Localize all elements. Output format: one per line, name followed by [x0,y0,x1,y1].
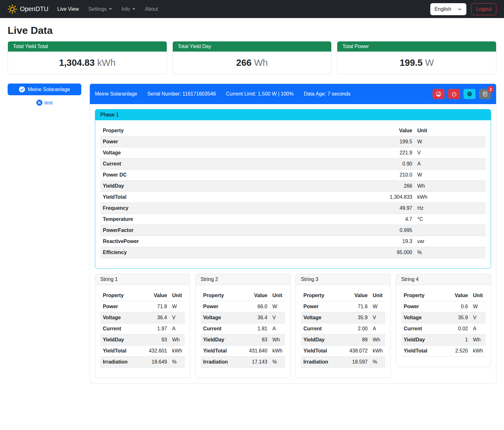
property-cell: Current [401,323,444,334]
nav-item-settings[interactable]: Settings [86,4,115,15]
unit-cell: % [170,357,185,368]
value-cell: 266 [289,181,415,192]
unit-cell: var [415,236,486,247]
unit-cell: Hz [415,203,486,214]
property-cell: Current [201,323,240,334]
unit-cell: V [470,312,486,323]
column-header-property: Property [401,290,444,301]
table-row: YieldDay1Wh [401,334,486,346]
unit-cell: W [470,301,486,312]
unit-cell: % [370,357,385,368]
string-1-card: String 1 Property Value Unit [95,274,190,378]
inverter-button-test[interactable]: test [8,100,81,106]
inverter-action-buttons: 2 [432,89,491,99]
column-header-property: Property [201,290,240,301]
unit-cell: % [415,247,486,258]
card-unit: W [425,58,434,68]
value-cell: 35.9 [444,312,470,323]
inverter-test-label: test [45,100,53,106]
brand[interactable]: OpenDTU [8,4,48,14]
string-4-table: Property Value Unit Power0.6WVoltage35.9… [401,290,486,357]
value-cell: 2.00 [340,323,370,334]
nav-item-live-view[interactable]: Live View [55,4,81,15]
event-count-badge: 2 [487,86,494,93]
unit-cell: Wh [170,334,185,346]
limit-settings-button[interactable] [432,89,445,99]
property-cell: Voltage [401,312,444,323]
value-cell: 1.97 [139,323,170,334]
property-cell: YieldTotal [201,346,240,357]
table-row: Irradiation17.143% [201,357,285,368]
table-row: Voltage221.9V [100,147,486,159]
table-row: YieldTotal432.601kWh [100,346,185,357]
summary-cards-row: Total Yield Total 1,304.83kWh Total Yiel… [8,41,496,74]
inverter-name: Meine Solaranlage [95,91,137,97]
table-row: Power66.0W [201,301,285,312]
string-1-table: Property Value Unit Power71.8WVoltage36.… [100,290,185,368]
brand-label: OpenDTU [20,5,48,13]
value-cell: 2.520 [444,346,470,357]
table-row: Current2.00A [301,323,385,334]
table-row: YieldTotal1,304.833kWh [100,192,486,203]
property-cell: Irradiation [100,357,139,368]
value-cell: 431.640 [240,346,270,357]
table-row: YieldDay266Wh [100,181,486,192]
column-header-value: Value [240,290,270,301]
value-cell: 0.02 [444,323,470,334]
total-yield-total-card: Total Yield Total 1,304.83kWh [8,41,167,74]
column-header-value: Value [289,125,415,136]
journal-text-icon [482,91,488,97]
inverter-button-selected[interactable]: Meine Solaranlage [8,84,81,95]
string-title: String 3 [296,274,390,285]
string-3-table: Property Value Unit Power71.6WVoltage35.… [301,290,385,368]
table-row: PowerFactor0.995 [100,225,486,236]
property-cell: Voltage [100,147,289,159]
value-cell: 18.597 [340,357,370,368]
table-row: Current0.02A [401,323,486,334]
inverter-selector-sidebar: Meine Solaranlage test [8,84,81,106]
inverter-card-body: Phase 1 Property Value Unit Power199.5WV… [90,104,496,383]
string-4-card: String 4 Property Value Unit [396,274,491,367]
property-cell: Power [100,301,139,312]
unit-cell: V [270,312,285,323]
table-row: YieldDay89Wh [301,334,385,346]
nav-item-about[interactable]: About [142,4,161,15]
unit-cell: V [170,312,185,323]
card-title: Total Yield Total [8,41,167,52]
property-cell: Power DC [100,170,289,181]
column-header-unit: Unit [470,290,486,301]
value-cell: 18.649 [139,357,170,368]
table-row: YieldDay93Wh [100,334,185,346]
card-title: Total Yield Day [173,41,332,52]
column-header-unit: Unit [415,125,486,136]
property-cell: YieldTotal [100,192,289,203]
speedometer-icon [436,91,441,97]
unit-cell: kWh [470,346,486,357]
property-cell: YieldTotal [301,346,340,357]
value-cell: 17.143 [240,357,270,368]
device-info-button[interactable] [464,89,476,99]
event-log-button[interactable]: 2 [479,89,491,99]
value-cell: 438.072 [340,346,370,357]
table-row: Current0.90A [100,159,486,170]
table-row: Current1.97A [100,323,185,334]
property-cell: Frequency [100,203,289,214]
value-cell: 83 [240,334,270,346]
language-value: English [435,6,451,12]
table-row: YieldTotal2.520kWh [401,346,486,357]
table-row: Frequency49.97Hz [100,203,486,214]
logout-button[interactable]: Logout [471,3,496,15]
property-cell: Efficiency [100,247,289,258]
value-cell: 93 [139,334,170,346]
column-header-unit: Unit [270,290,285,301]
unit-cell: A [270,323,285,334]
language-select[interactable]: English [430,3,466,15]
power-toggle-button[interactable] [448,89,460,99]
nav-right: English Logout [430,3,496,15]
nav-item-info[interactable]: Info [119,4,138,15]
string-3-card: String 3 Property Value Unit [296,274,391,378]
property-cell: Voltage [100,312,139,323]
value-cell: 1,304.833 [289,192,415,203]
table-row: YieldDay83Wh [201,334,285,346]
property-cell: Power [201,301,240,312]
